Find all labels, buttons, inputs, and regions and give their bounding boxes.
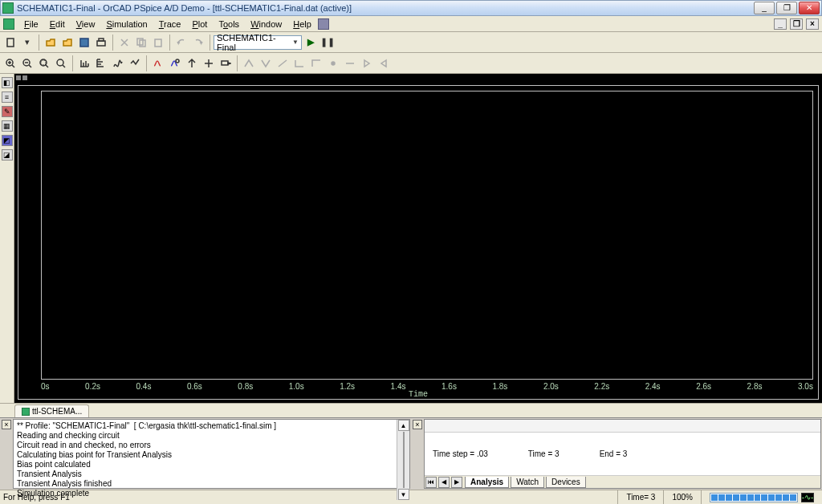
maximize-button[interactable]: ❐	[776, 2, 797, 14]
zoom-fit-button[interactable]	[53, 55, 69, 71]
plot-area[interactable]: 0s0.2s0.4s0.6s0.8s1.0s1.2s1.4s1.6s1.8s2.…	[18, 85, 819, 400]
marker-icon	[186, 58, 197, 69]
tab-first-button[interactable]: ⏮	[425, 477, 437, 488]
profile-combo[interactable]: SCHEMATIC1-Final ▼	[214, 35, 302, 50]
left-tool-4[interactable]: ▦	[2, 120, 13, 132]
open-alt-button[interactable]	[59, 35, 75, 51]
tab-analysis[interactable]: Analysis	[465, 477, 509, 488]
plot-frame	[41, 91, 813, 380]
plot-window: 0s0.2s0.4s0.6s0.8s1.0s1.2s1.4s1.6s1.8s2.…	[14, 74, 822, 403]
minimize-button[interactable]: _	[754, 2, 775, 14]
menu-extra-icon[interactable]	[318, 18, 329, 30]
menu-trace[interactable]: Trace	[154, 18, 186, 30]
tab-watch[interactable]: Watch	[511, 477, 544, 488]
status-close-button[interactable]: ×	[413, 420, 422, 429]
status-progress: -∿-	[701, 490, 822, 504]
zoom-area-icon	[39, 58, 50, 69]
perf-button[interactable]	[127, 55, 143, 71]
mdi-restore-button[interactable]: ❐	[790, 18, 803, 30]
save-button[interactable]	[76, 35, 92, 51]
status-end: End = 3	[600, 449, 628, 458]
mdi-minimize-button[interactable]: _	[774, 18, 787, 30]
zoom-out-icon	[22, 58, 33, 69]
left-tool-5[interactable]: ◩	[2, 135, 13, 146]
fft-button[interactable]	[110, 55, 126, 71]
cursor-point-button	[325, 55, 341, 71]
cut-icon	[119, 37, 130, 48]
x-axis-title: Time	[18, 390, 818, 399]
left-tool-6[interactable]: ◪	[2, 149, 13, 161]
perf-icon	[129, 58, 140, 69]
zoom-out-button[interactable]	[19, 55, 35, 71]
mark-label-button[interactable]	[218, 55, 234, 71]
mdi-close-button[interactable]: ×	[806, 18, 819, 30]
print-icon	[96, 37, 107, 48]
status-header	[425, 420, 820, 433]
cursor-next-button	[359, 55, 375, 71]
cursor-button[interactable]	[201, 55, 217, 71]
left-toolbar: ◧ ≡ ✎ ▦ ◩ ◪	[0, 74, 14, 403]
tab-next-button[interactable]: ▶	[451, 477, 462, 488]
add-trace-button[interactable]	[150, 55, 166, 71]
menu-plot[interactable]: Plot	[187, 18, 212, 30]
menu-edit[interactable]: Edit	[45, 18, 70, 30]
menu-simulation[interactable]: Simulation	[101, 18, 152, 30]
output-log-pane: × ** Profile: "SCHEMATIC1-Final" [ C:\er…	[13, 419, 410, 489]
run-button[interactable]: ▶	[303, 35, 319, 51]
tab-devices[interactable]: Devices	[546, 477, 586, 488]
document-tab-icon	[22, 408, 30, 416]
menu-help[interactable]: Help	[288, 18, 316, 30]
log-y-button[interactable]	[93, 55, 109, 71]
menu-view[interactable]: View	[71, 18, 100, 30]
new-button[interactable]	[2, 35, 18, 51]
new-dropdown[interactable]: ▾	[19, 35, 35, 51]
min-icon	[294, 58, 305, 69]
redo-button	[190, 35, 206, 51]
pause-button[interactable]: ❚❚	[319, 35, 336, 51]
cursor-prev-button	[376, 55, 392, 71]
status-percent: 100%	[663, 490, 701, 504]
cursor-max-button	[308, 55, 324, 71]
scroll-thumb[interactable]	[403, 432, 405, 488]
undo-button	[173, 35, 189, 51]
scroll-up-icon[interactable]: ▲	[398, 420, 409, 431]
tab-prev-button[interactable]: ◀	[438, 477, 450, 488]
left-tool-3[interactable]: ✎	[2, 106, 13, 117]
point-icon	[328, 58, 339, 69]
menu-tools[interactable]: Tools	[214, 18, 244, 30]
menu-window[interactable]: Window	[246, 18, 287, 30]
status-timestep: Time step = .03	[433, 449, 488, 458]
log-x-button[interactable]	[76, 55, 92, 71]
print-button[interactable]	[93, 35, 109, 51]
left-tool-1[interactable]: ◧	[2, 77, 13, 88]
plot-grip[interactable]	[14, 74, 822, 82]
zoom-area-button[interactable]	[36, 55, 52, 71]
zoom-fit-icon	[55, 58, 67, 69]
output-log[interactable]: ** Profile: "SCHEMATIC1-Final" [ C:\erga…	[14, 420, 397, 500]
eval-goal-button[interactable]	[167, 55, 183, 71]
marker-button[interactable]	[184, 55, 200, 71]
tab-watch-label: Watch	[516, 478, 539, 486]
trough-icon	[260, 58, 271, 69]
svg-rect-2	[97, 41, 105, 46]
csearch-icon	[344, 58, 356, 69]
cursor-icon	[203, 58, 214, 69]
close-button[interactable]: ✕	[799, 2, 820, 14]
slope-icon	[277, 58, 288, 69]
max-icon	[311, 58, 322, 69]
left-tool-2[interactable]: ≡	[2, 91, 13, 103]
log-y-icon	[96, 58, 107, 69]
cnext-icon	[361, 58, 372, 69]
cursor-min-button	[291, 55, 307, 71]
log-scrollbar[interactable]: ▲ ▼	[397, 420, 409, 500]
menu-file[interactable]: File	[19, 18, 43, 30]
log-close-button[interactable]: ×	[2, 420, 11, 429]
zoom-in-button[interactable]	[2, 55, 18, 71]
status-time: Time = 3	[528, 449, 560, 458]
open-button[interactable]	[43, 35, 59, 51]
chevron-down-icon: ▼	[292, 39, 299, 46]
scroll-down-icon[interactable]: ▼	[398, 489, 409, 500]
tab-analysis-label: Analysis	[470, 478, 503, 486]
document-tab[interactable]: ttl-SCHEMA...	[14, 404, 89, 417]
window-title: SCHEMATIC1-Final - OrCAD PSpice A/D Demo…	[17, 3, 754, 13]
